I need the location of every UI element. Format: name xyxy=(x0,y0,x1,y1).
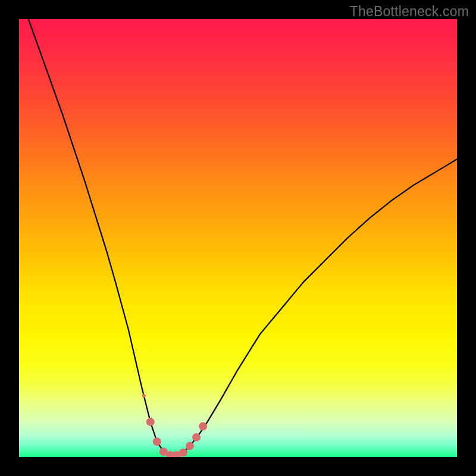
highlight-point xyxy=(146,418,155,426)
highlight-point xyxy=(142,394,146,397)
highlight-point xyxy=(179,449,187,457)
chart-frame: TheBottleneck.com xyxy=(0,0,476,476)
watermark-text: TheBottleneck.com xyxy=(350,4,469,20)
highlight-point xyxy=(186,442,194,450)
highlight-points xyxy=(142,394,207,457)
highlight-point xyxy=(153,437,161,446)
curve-svg xyxy=(19,19,457,457)
plot-area xyxy=(19,19,457,457)
highlight-point xyxy=(192,433,201,441)
highlight-point xyxy=(199,422,207,430)
bottleneck-curve xyxy=(19,19,457,455)
